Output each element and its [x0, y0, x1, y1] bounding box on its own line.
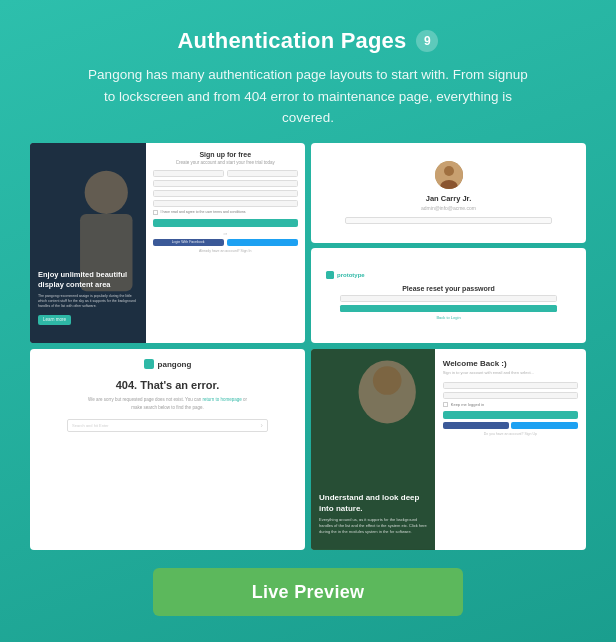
- remember-checkbox[interactable]: [443, 402, 448, 407]
- page-title: Authentication Pages: [178, 28, 407, 54]
- email-input[interactable]: [153, 180, 299, 187]
- profile-panel: Jan Carry Jr. admin@info@acme.com: [311, 143, 586, 243]
- twitter-login-btn[interactable]: [227, 239, 298, 246]
- facebook-login-btn[interactable]: Login With Facebook: [153, 239, 224, 246]
- login-background-image: Understand and look deep into nature. Ev…: [311, 349, 435, 550]
- profile-email: admin@info@acme.com: [421, 205, 476, 211]
- reset-email-input[interactable]: [340, 295, 557, 302]
- signup-form: Sign up for free Create your account and…: [146, 143, 306, 344]
- brand-logo-row: pangong: [144, 359, 192, 369]
- header-section: Authentication Pages 9 Pangong has many …: [88, 28, 528, 129]
- reset-logo-icon: [326, 271, 334, 279]
- live-preview-label: Live Preview: [252, 582, 365, 603]
- reset-password-panel: prototype Please reset your password Bac…: [311, 248, 586, 344]
- search-placeholder-text: Search and hit Enter: [72, 423, 260, 428]
- user-avatar: [435, 161, 463, 189]
- search-arrow-icon: ›: [261, 422, 263, 429]
- error-body-text: We are sorry but requested page does not…: [88, 396, 248, 410]
- first-name-input[interactable]: [153, 170, 224, 177]
- login-left-section: Understand and look deep into nature. Ev…: [311, 349, 435, 550]
- name-fields: [153, 170, 299, 177]
- login-panel: Understand and look deep into nature. Ev…: [311, 349, 586, 550]
- signup-left-title: Enjoy unlimited beautiful display conten…: [38, 270, 140, 290]
- signup-background-image: Enjoy unlimited beautiful display conten…: [30, 143, 146, 344]
- login-email-input[interactable]: [443, 382, 578, 389]
- signup-learn-more-btn[interactable]: Learn more: [38, 315, 71, 326]
- or-divider: or: [153, 231, 299, 236]
- welcome-title: Welcome Back :): [443, 359, 578, 368]
- error-title: 404. That's an error.: [116, 379, 220, 391]
- brand-logo-icon: [144, 359, 154, 369]
- reset-title: Please reset your password: [321, 285, 576, 292]
- subtitle: Pangong has many authentication page lay…: [88, 64, 528, 129]
- main-container: Authentication Pages 9 Pangong has many …: [0, 0, 616, 642]
- login-left-content: Understand and look deep into nature. Ev…: [319, 493, 427, 535]
- already-account-text: Already have an account? Sign In: [153, 249, 299, 253]
- return-homepage-link[interactable]: return to homepage: [202, 397, 241, 402]
- terms-checkbox[interactable]: [153, 210, 158, 215]
- signup-left-body: The pangong recommend assign is popularl…: [38, 294, 140, 310]
- login-form: Welcome Back :) Sign in to your account …: [435, 349, 586, 550]
- register-button[interactable]: [153, 219, 299, 227]
- terms-checkbox-row: I have read and agree to the user terms …: [153, 210, 299, 215]
- signup-title: Sign up for free: [153, 151, 299, 158]
- social-buttons: Login With Facebook: [153, 239, 299, 246]
- title-row: Authentication Pages 9: [88, 28, 528, 54]
- profile-search-input[interactable]: [345, 217, 552, 224]
- login-facebook-btn[interactable]: [443, 422, 510, 429]
- svg-point-5: [444, 166, 454, 176]
- password-input[interactable]: [153, 190, 299, 197]
- search-row[interactable]: Search and hit Enter ›: [67, 419, 268, 432]
- remember-row: Keep me logged in: [443, 402, 578, 407]
- last-name-input[interactable]: [227, 170, 298, 177]
- login-password-input[interactable]: [443, 392, 578, 399]
- facebook-btn-label: Login With Facebook: [172, 240, 205, 244]
- terms-text: I have read and agree to the user terms …: [161, 210, 246, 214]
- welcome-subtitle: Sign in to your account with email and t…: [443, 370, 578, 376]
- login-twitter-btn[interactable]: [511, 422, 578, 429]
- signup-left-section: Enjoy unlimited beautiful display conten…: [30, 143, 146, 344]
- login-left-title: Understand and look deep into nature.: [319, 493, 427, 514]
- signup-panel: Enjoy unlimited beautiful display conten…: [30, 143, 305, 344]
- reset-brand-logo: prototype: [321, 271, 365, 279]
- login-footer-text: Do you have an account? Sign Up: [443, 432, 578, 436]
- screenshots-grid: Enjoy unlimited beautiful display conten…: [30, 143, 586, 550]
- login-social-buttons: [443, 422, 578, 429]
- login-main-button[interactable]: [443, 411, 578, 419]
- confirm-password-input[interactable]: [153, 200, 299, 207]
- reset-password-button[interactable]: [340, 305, 557, 312]
- login-left-desc: Everything around us, as it supports for…: [319, 517, 427, 535]
- remember-label: Keep me logged in: [451, 402, 484, 407]
- live-preview-button[interactable]: Live Preview: [153, 568, 463, 616]
- signup-subtitle: Create your account and start your free …: [153, 160, 299, 165]
- signup-left-text: Enjoy unlimited beautiful display conten…: [38, 270, 140, 325]
- badge: 9: [416, 30, 438, 52]
- reset-logo-text: prototype: [337, 272, 365, 278]
- back-to-login-link[interactable]: Back to Login: [321, 315, 576, 320]
- error404-panel: pangong 404. That's an error. We are sor…: [30, 349, 305, 550]
- brand-logo-text: pangong: [158, 360, 192, 369]
- profile-name: Jan Carry Jr.: [426, 194, 471, 203]
- right-top-panels: Jan Carry Jr. admin@info@acme.com protot…: [311, 143, 586, 344]
